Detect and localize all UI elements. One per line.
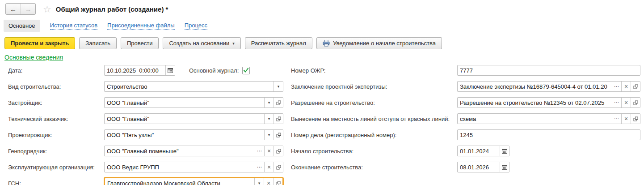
print-journal-button[interactable]: Распечатать журнал [245, 37, 312, 49]
page-title: Общий журнал работ (создание) * [56, 5, 168, 13]
ellipsis-icon: … [257, 150, 263, 152]
general-contractor-value: ООО "Главный поменьше" [105, 146, 255, 156]
ozhr-number-label: Номер ОЖР: [283, 67, 457, 74]
gsn-clear-button[interactable]: × [264, 178, 273, 185]
construction-type-input[interactable]: Строительство ▾ [104, 81, 283, 92]
print-journal-label: Распечатать журнал [251, 40, 306, 47]
ellipsis-icon: … [614, 85, 620, 88]
designer-input[interactable]: ООО "Пять узлы" ▾ [104, 129, 283, 140]
open-item-icon [633, 116, 638, 121]
technical-customer-value: ООО "Главный" [105, 114, 264, 124]
tab-bar: Основное История статусов Присоединенные… [4, 20, 207, 32]
case-number-input[interactable]: 1245 [457, 129, 640, 140]
main-journal-checkbox[interactable] [242, 67, 250, 74]
expertise-conclusion-open-button[interactable] [631, 82, 640, 91]
clear-icon: × [267, 164, 271, 170]
operating-organization-label: Эксплуатирующая организация: [8, 164, 104, 171]
construction-end-label: Окончание строительства: [283, 164, 457, 171]
construction-start-calendar-button[interactable] [500, 146, 509, 156]
designer-dropdown-button[interactable]: ▾ [264, 130, 274, 140]
expertise-conclusion-label: Заключение проектной экспертизы: [283, 83, 457, 90]
post-button[interactable]: Провести [121, 37, 159, 49]
building-permit-open-button[interactable] [631, 98, 640, 108]
chevron-down-icon: ▾ [232, 41, 235, 46]
ellipsis-icon: … [614, 117, 620, 120]
developer-open-button[interactable] [274, 98, 283, 108]
gsn-open-button[interactable] [273, 178, 282, 185]
building-permit-clear-button[interactable]: × [621, 98, 631, 108]
red-lines-layout-label: Вынесение на местность линий отступа от … [283, 116, 457, 122]
construction-start-notice-button[interactable]: Уведомление о начале строительства [316, 37, 442, 49]
tab-attached-files[interactable]: Присоединенные файлы [107, 22, 175, 30]
chevron-down-icon: ▾ [268, 116, 270, 121]
ellipsis-icon: … [257, 166, 263, 168]
construction-type-dropdown-button[interactable]: ▾ [274, 82, 283, 91]
post-and-close-button[interactable]: Провести и закрыть [4, 37, 75, 49]
gsn-dropdown-button[interactable]: ▾ [254, 178, 264, 185]
calendar-icon [168, 68, 173, 73]
expertise-conclusion-clear-button[interactable]: × [621, 82, 631, 91]
construction-end-value: 08.01.2026 [458, 162, 500, 172]
developer-dropdown-button[interactable]: ▾ [264, 98, 274, 108]
construction-type-value: Строительство [105, 82, 274, 91]
save-button[interactable]: Записать [79, 37, 117, 49]
red-lines-layout-input[interactable]: схема … × [457, 113, 640, 124]
tab-main[interactable]: Основное [4, 20, 40, 32]
construction-end-calendar-button[interactable] [500, 162, 509, 172]
red-lines-layout-open-button[interactable] [631, 114, 640, 124]
open-item-icon [276, 116, 281, 121]
create-based-on-button[interactable]: Создать на основании ▾ [163, 37, 240, 49]
developer-value: ООО "Главный" [105, 98, 264, 108]
general-contractor-select-button[interactable]: … [255, 146, 264, 156]
gsn-value-wrap: Главгосстройнадзор Московской Области [105, 178, 254, 185]
forward-button[interactable]: → [21, 4, 35, 14]
operating-organization-open-button[interactable] [274, 162, 283, 172]
technical-customer-dropdown-button[interactable]: ▾ [264, 114, 274, 124]
open-item-icon [276, 133, 281, 138]
technical-customer-open-button[interactable] [274, 114, 283, 124]
tab-process[interactable]: Процесс [185, 22, 207, 30]
chevron-down-icon: ▾ [258, 181, 261, 185]
red-lines-layout-value: схема [458, 114, 612, 124]
checkmark-icon [243, 68, 249, 73]
general-contractor-open-button[interactable] [274, 146, 283, 156]
nav-history-group: ← → [5, 3, 36, 15]
open-item-icon [276, 165, 281, 170]
construction-end-input[interactable]: 08.01.2026 [457, 162, 509, 172]
operating-organization-value: ООО Ведис ГРУПП [105, 162, 255, 172]
date-input[interactable]: 10.10.2025 0:00:00 [104, 65, 175, 76]
construction-start-notice-label: Уведомление о начале строительства [333, 40, 436, 47]
ozhr-number-input[interactable]: 7777 [457, 65, 640, 76]
general-contractor-clear-button[interactable]: × [264, 146, 274, 156]
back-button[interactable]: ← [6, 4, 21, 14]
red-lines-layout-select-button[interactable]: … [612, 114, 621, 124]
designer-open-button[interactable] [274, 130, 283, 140]
operating-organization-input[interactable]: ООО Ведис ГРУПП … × [104, 162, 283, 172]
main-info-section-link[interactable]: Основные сведения [4, 54, 63, 61]
building-permit-label: Разрешение на строительство: [283, 99, 457, 106]
save-label: Записать [85, 40, 110, 47]
chevron-down-icon: ▾ [268, 100, 270, 105]
developer-input[interactable]: ООО "Главный" ▾ [104, 97, 283, 108]
red-lines-layout-clear-button[interactable]: × [621, 114, 631, 124]
developer-label: Застройщик: [8, 99, 104, 106]
tab-status-history[interactable]: История статусов [50, 22, 98, 30]
expertise-conclusion-select-button[interactable]: … [612, 82, 621, 91]
construction-type-label: Вид строительства: [8, 83, 104, 90]
construction-start-label: Начало строительства: [283, 148, 457, 155]
gsn-label: ГСН: [8, 180, 104, 185]
construction-start-input[interactable]: 01.01.2024 [457, 146, 509, 156]
favorite-star-icon[interactable]: ☆ [43, 4, 51, 14]
building-permit-input[interactable]: Разрешение на строительство №12345 от 02… [457, 97, 640, 108]
general-contractor-label: Генподрядчик: [8, 148, 104, 155]
general-contractor-input[interactable]: ООО "Главный поменьше" … × [104, 146, 283, 156]
expertise-conclusion-input[interactable]: Заключение экспертизы №16879-645004-4 от… [457, 81, 640, 92]
building-permit-select-button[interactable]: … [612, 98, 621, 108]
gsn-input[interactable]: Главгосстройнадзор Московской Области ▾ … [104, 177, 283, 185]
date-calendar-button[interactable] [165, 65, 175, 75]
operating-organization-select-button[interactable]: … [255, 162, 264, 172]
open-item-icon [633, 100, 638, 105]
technical-customer-input[interactable]: ООО "Главный" ▾ [104, 113, 283, 124]
operating-organization-clear-button[interactable]: × [264, 162, 274, 172]
building-permit-value: Разрешение на строительство №12345 от 02… [458, 98, 612, 108]
